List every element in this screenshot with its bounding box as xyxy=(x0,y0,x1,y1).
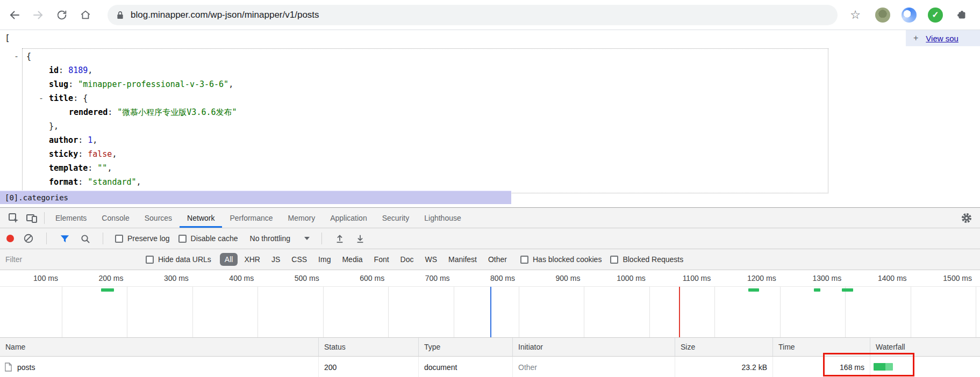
json-line: -{ xyxy=(10,52,237,66)
json-line-content: sticky: false, xyxy=(10,149,117,159)
column-header-status[interactable]: Status xyxy=(319,338,419,356)
timeline-gridline xyxy=(845,287,846,337)
filter-chip-js[interactable]: JS xyxy=(267,253,285,266)
timeline-gridline xyxy=(584,287,584,337)
json-line: }, xyxy=(10,121,237,135)
filter-chip-all[interactable]: All xyxy=(220,253,238,266)
blocked-requests-checkbox[interactable]: Blocked Requests xyxy=(610,255,683,264)
checkbox-box xyxy=(610,256,618,264)
record-network-log-button[interactable] xyxy=(6,235,14,242)
json-line: format: "standard", xyxy=(10,177,237,191)
reload-button[interactable] xyxy=(52,5,72,25)
import-har-button[interactable] xyxy=(334,229,346,248)
gear-icon xyxy=(961,213,972,223)
tab-elements[interactable]: Elements xyxy=(48,208,94,228)
inspect-element-button[interactable] xyxy=(4,209,23,227)
column-header-name[interactable]: Name xyxy=(0,338,319,356)
column-header-initiator[interactable]: Initiator xyxy=(513,338,675,356)
forward-button[interactable] xyxy=(28,5,48,25)
tab-console[interactable]: Console xyxy=(94,208,137,228)
extensions-puzzle-button[interactable] xyxy=(954,8,969,23)
json-punct: , xyxy=(92,135,97,145)
search-network-button[interactable] xyxy=(79,229,91,248)
filter-chip-doc[interactable]: Doc xyxy=(396,253,419,266)
divider xyxy=(44,212,45,224)
divider xyxy=(103,233,103,244)
extension-check-icon[interactable]: ✓ xyxy=(928,8,943,23)
bookmark-star-button[interactable]: ☆ xyxy=(845,5,865,25)
blocked-requests-label: Blocked Requests xyxy=(623,255,683,264)
tab-network[interactable]: Network xyxy=(180,208,222,228)
checkbox-box xyxy=(115,235,123,243)
network-overview-timeline[interactable]: 100 ms200 ms300 ms400 ms500 ms600 ms700 … xyxy=(0,270,980,338)
checkbox-box xyxy=(146,256,154,264)
timeline-gridline xyxy=(257,287,258,337)
hide-data-urls-checkbox[interactable]: Hide data URLs xyxy=(146,255,211,264)
filter-chip-css[interactable]: CSS xyxy=(287,253,312,266)
devtools-panel: ElementsConsoleSourcesNetworkPerformance… xyxy=(0,207,980,377)
json-line-content: template: "", xyxy=(10,163,112,173)
device-icon xyxy=(26,212,38,224)
json-line: slug: "minapper-professional-v-3-6-6", xyxy=(10,79,237,93)
tab-security[interactable]: Security xyxy=(375,208,417,228)
export-har-button[interactable] xyxy=(354,229,366,248)
tab-performance[interactable]: Performance xyxy=(222,208,280,228)
disable-cache-checkbox[interactable]: Disable cache xyxy=(178,234,238,243)
home-button[interactable] xyxy=(75,5,96,25)
waterfall-cell xyxy=(870,357,980,377)
filter-chip-ws[interactable]: WS xyxy=(420,253,442,266)
json-num: 1 xyxy=(88,135,92,145)
column-header-time[interactable]: Time xyxy=(773,338,870,356)
json-key: author xyxy=(49,135,78,145)
timeline-tick-label: 1000 ms xyxy=(597,274,646,282)
json-tree: -{id: 8189,slug: "minapper-professional-… xyxy=(10,52,237,191)
json-line-content: }, xyxy=(10,121,59,131)
filter-chip-media[interactable]: Media xyxy=(337,253,367,266)
preserve-log-checkbox[interactable]: Preserve log xyxy=(115,234,170,243)
json-path-tooltip: [0].categories xyxy=(0,191,511,204)
tab-lighthouse[interactable]: Lighthouse xyxy=(417,208,469,228)
filter-toggle-button[interactable] xyxy=(59,229,70,248)
column-header-waterfall[interactable]: Waterfall xyxy=(870,338,980,356)
device-toolbar-button[interactable] xyxy=(23,209,41,227)
json-str: "微慕小程序专业版V3.6.6发布" xyxy=(117,107,237,117)
download-arrow-icon xyxy=(355,234,365,243)
column-header-type[interactable]: Type xyxy=(419,338,513,356)
request-row[interactable]: posts200documentOther23.2 kB168 ms xyxy=(0,357,980,377)
json-key: id xyxy=(49,66,59,75)
puzzle-icon xyxy=(956,9,968,21)
devtools-settings-button[interactable] xyxy=(957,209,976,227)
tab-memory[interactable]: Memory xyxy=(281,208,323,228)
json-key: format xyxy=(49,177,78,187)
filter-chip-xhr[interactable]: XHR xyxy=(239,253,265,266)
extension-swirl-icon[interactable] xyxy=(902,8,917,23)
overview-request-bar xyxy=(814,288,820,292)
load-event-line xyxy=(679,287,680,337)
network-filter-input[interactable] xyxy=(5,255,137,264)
filter-chip-img[interactable]: Img xyxy=(313,253,335,266)
json-punct: : xyxy=(68,79,78,89)
filter-chip-manifest[interactable]: Manifest xyxy=(443,253,482,266)
filter-chip-font[interactable]: Font xyxy=(369,253,394,266)
collapse-toggle-icon[interactable]: - xyxy=(39,93,44,103)
back-button[interactable] xyxy=(4,5,25,25)
profile-avatar-icon[interactable] xyxy=(875,8,890,23)
json-line: sticky: false, xyxy=(10,149,237,163)
throttling-select[interactable]: No throttling xyxy=(250,234,310,243)
collapse-toggle-icon[interactable]: - xyxy=(14,52,19,61)
has-blocked-cookies-checkbox[interactable]: Has blocked cookies xyxy=(520,255,602,264)
upload-arrow-icon xyxy=(335,234,345,243)
filter-chip-other[interactable]: Other xyxy=(483,253,512,266)
json-line-content: title: { xyxy=(10,93,88,103)
view-source-link[interactable]: View sou xyxy=(926,34,958,43)
address-bar[interactable]: blog.minapper.com/wp-json/minapper/v1/po… xyxy=(108,5,838,25)
expand-all-button[interactable]: + xyxy=(913,33,918,43)
tab-application[interactable]: Application xyxy=(323,208,375,228)
column-header-size[interactable]: Size xyxy=(675,338,773,356)
preserve-log-label: Preserve log xyxy=(127,234,170,243)
document-icon xyxy=(4,363,12,372)
timeline-tick-label: 300 ms xyxy=(140,274,189,282)
tab-sources[interactable]: Sources xyxy=(137,208,180,228)
devtools-tabbar: ElementsConsoleSourcesNetworkPerformance… xyxy=(0,208,980,228)
clear-network-log-button[interactable] xyxy=(23,229,34,248)
